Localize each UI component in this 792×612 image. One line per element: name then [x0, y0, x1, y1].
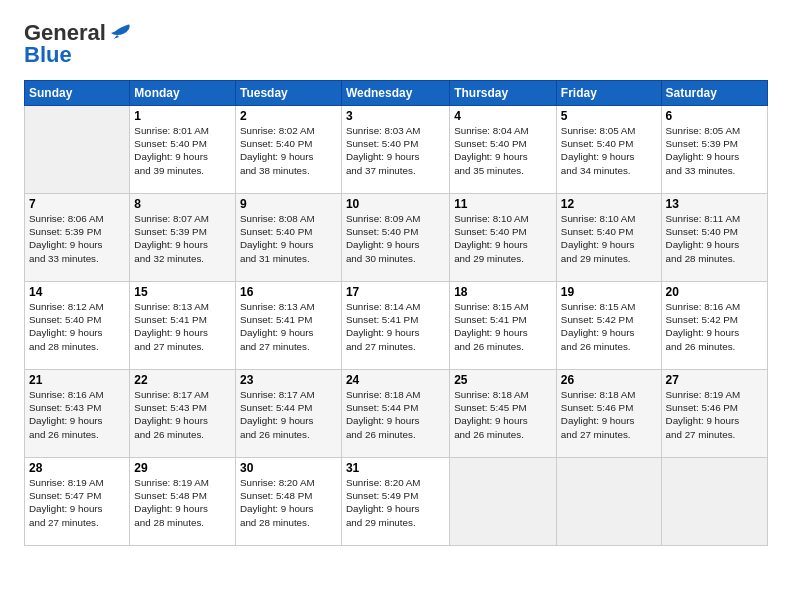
- day-info: Sunrise: 8:17 AM Sunset: 5:43 PM Dayligh…: [134, 388, 231, 441]
- day-info: Sunrise: 8:18 AM Sunset: 5:44 PM Dayligh…: [346, 388, 445, 441]
- day-number: 9: [240, 197, 337, 211]
- day-cell: 17Sunrise: 8:14 AM Sunset: 5:41 PM Dayli…: [341, 282, 449, 370]
- calendar-table: SundayMondayTuesdayWednesdayThursdayFrid…: [24, 80, 768, 546]
- day-info: Sunrise: 8:14 AM Sunset: 5:41 PM Dayligh…: [346, 300, 445, 353]
- day-cell: 2Sunrise: 8:02 AM Sunset: 5:40 PM Daylig…: [235, 106, 341, 194]
- day-number: 18: [454, 285, 552, 299]
- day-cell: 1Sunrise: 8:01 AM Sunset: 5:40 PM Daylig…: [130, 106, 236, 194]
- day-number: 5: [561, 109, 657, 123]
- day-cell: 4Sunrise: 8:04 AM Sunset: 5:40 PM Daylig…: [450, 106, 557, 194]
- day-info: Sunrise: 8:13 AM Sunset: 5:41 PM Dayligh…: [240, 300, 337, 353]
- day-cell: 6Sunrise: 8:05 AM Sunset: 5:39 PM Daylig…: [661, 106, 767, 194]
- day-number: 27: [666, 373, 763, 387]
- day-number: 11: [454, 197, 552, 211]
- day-info: Sunrise: 8:19 AM Sunset: 5:48 PM Dayligh…: [134, 476, 231, 529]
- week-row-1: 1Sunrise: 8:01 AM Sunset: 5:40 PM Daylig…: [25, 106, 768, 194]
- day-info: Sunrise: 8:05 AM Sunset: 5:40 PM Dayligh…: [561, 124, 657, 177]
- day-number: 6: [666, 109, 763, 123]
- day-number: 4: [454, 109, 552, 123]
- day-cell: [661, 458, 767, 546]
- weekday-tuesday: Tuesday: [235, 81, 341, 106]
- day-info: Sunrise: 8:05 AM Sunset: 5:39 PM Dayligh…: [666, 124, 763, 177]
- day-number: 25: [454, 373, 552, 387]
- week-row-4: 21Sunrise: 8:16 AM Sunset: 5:43 PM Dayli…: [25, 370, 768, 458]
- day-cell: 18Sunrise: 8:15 AM Sunset: 5:41 PM Dayli…: [450, 282, 557, 370]
- day-number: 28: [29, 461, 125, 475]
- day-info: Sunrise: 8:15 AM Sunset: 5:42 PM Dayligh…: [561, 300, 657, 353]
- day-cell: 26Sunrise: 8:18 AM Sunset: 5:46 PM Dayli…: [556, 370, 661, 458]
- day-number: 7: [29, 197, 125, 211]
- day-cell: 7Sunrise: 8:06 AM Sunset: 5:39 PM Daylig…: [25, 194, 130, 282]
- day-info: Sunrise: 8:09 AM Sunset: 5:40 PM Dayligh…: [346, 212, 445, 265]
- day-number: 23: [240, 373, 337, 387]
- day-cell: 20Sunrise: 8:16 AM Sunset: 5:42 PM Dayli…: [661, 282, 767, 370]
- day-info: Sunrise: 8:10 AM Sunset: 5:40 PM Dayligh…: [561, 212, 657, 265]
- day-info: Sunrise: 8:12 AM Sunset: 5:40 PM Dayligh…: [29, 300, 125, 353]
- day-number: 8: [134, 197, 231, 211]
- day-number: 12: [561, 197, 657, 211]
- day-cell: 14Sunrise: 8:12 AM Sunset: 5:40 PM Dayli…: [25, 282, 130, 370]
- day-number: 17: [346, 285, 445, 299]
- day-info: Sunrise: 8:15 AM Sunset: 5:41 PM Dayligh…: [454, 300, 552, 353]
- day-number: 10: [346, 197, 445, 211]
- day-info: Sunrise: 8:02 AM Sunset: 5:40 PM Dayligh…: [240, 124, 337, 177]
- day-cell: [556, 458, 661, 546]
- day-number: 26: [561, 373, 657, 387]
- day-cell: 23Sunrise: 8:17 AM Sunset: 5:44 PM Dayli…: [235, 370, 341, 458]
- day-info: Sunrise: 8:18 AM Sunset: 5:46 PM Dayligh…: [561, 388, 657, 441]
- day-cell: 19Sunrise: 8:15 AM Sunset: 5:42 PM Dayli…: [556, 282, 661, 370]
- day-info: Sunrise: 8:13 AM Sunset: 5:41 PM Dayligh…: [134, 300, 231, 353]
- day-info: Sunrise: 8:01 AM Sunset: 5:40 PM Dayligh…: [134, 124, 231, 177]
- day-cell: 29Sunrise: 8:19 AM Sunset: 5:48 PM Dayli…: [130, 458, 236, 546]
- day-info: Sunrise: 8:19 AM Sunset: 5:46 PM Dayligh…: [666, 388, 763, 441]
- day-info: Sunrise: 8:18 AM Sunset: 5:45 PM Dayligh…: [454, 388, 552, 441]
- day-number: 13: [666, 197, 763, 211]
- day-info: Sunrise: 8:16 AM Sunset: 5:42 PM Dayligh…: [666, 300, 763, 353]
- day-cell: 10Sunrise: 8:09 AM Sunset: 5:40 PM Dayli…: [341, 194, 449, 282]
- day-number: 24: [346, 373, 445, 387]
- day-cell: 25Sunrise: 8:18 AM Sunset: 5:45 PM Dayli…: [450, 370, 557, 458]
- day-info: Sunrise: 8:20 AM Sunset: 5:48 PM Dayligh…: [240, 476, 337, 529]
- header: General Blue: [24, 20, 768, 68]
- day-number: 16: [240, 285, 337, 299]
- day-cell: 5Sunrise: 8:05 AM Sunset: 5:40 PM Daylig…: [556, 106, 661, 194]
- day-info: Sunrise: 8:11 AM Sunset: 5:40 PM Dayligh…: [666, 212, 763, 265]
- day-cell: 9Sunrise: 8:08 AM Sunset: 5:40 PM Daylig…: [235, 194, 341, 282]
- week-row-2: 7Sunrise: 8:06 AM Sunset: 5:39 PM Daylig…: [25, 194, 768, 282]
- day-number: 21: [29, 373, 125, 387]
- day-cell: [450, 458, 557, 546]
- day-number: 14: [29, 285, 125, 299]
- day-cell: 16Sunrise: 8:13 AM Sunset: 5:41 PM Dayli…: [235, 282, 341, 370]
- logo-bird-icon: [109, 23, 131, 43]
- week-row-5: 28Sunrise: 8:19 AM Sunset: 5:47 PM Dayli…: [25, 458, 768, 546]
- weekday-friday: Friday: [556, 81, 661, 106]
- day-cell: 30Sunrise: 8:20 AM Sunset: 5:48 PM Dayli…: [235, 458, 341, 546]
- day-number: 31: [346, 461, 445, 475]
- day-number: 3: [346, 109, 445, 123]
- day-cell: 24Sunrise: 8:18 AM Sunset: 5:44 PM Dayli…: [341, 370, 449, 458]
- day-cell: 11Sunrise: 8:10 AM Sunset: 5:40 PM Dayli…: [450, 194, 557, 282]
- day-number: 20: [666, 285, 763, 299]
- day-cell: 27Sunrise: 8:19 AM Sunset: 5:46 PM Dayli…: [661, 370, 767, 458]
- weekday-sunday: Sunday: [25, 81, 130, 106]
- day-number: 30: [240, 461, 337, 475]
- day-number: 2: [240, 109, 337, 123]
- day-cell: 28Sunrise: 8:19 AM Sunset: 5:47 PM Dayli…: [25, 458, 130, 546]
- week-row-3: 14Sunrise: 8:12 AM Sunset: 5:40 PM Dayli…: [25, 282, 768, 370]
- day-info: Sunrise: 8:20 AM Sunset: 5:49 PM Dayligh…: [346, 476, 445, 529]
- day-cell: 21Sunrise: 8:16 AM Sunset: 5:43 PM Dayli…: [25, 370, 130, 458]
- logo-blue-text: Blue: [24, 42, 72, 68]
- day-cell: 8Sunrise: 8:07 AM Sunset: 5:39 PM Daylig…: [130, 194, 236, 282]
- day-cell: 15Sunrise: 8:13 AM Sunset: 5:41 PM Dayli…: [130, 282, 236, 370]
- day-cell: 3Sunrise: 8:03 AM Sunset: 5:40 PM Daylig…: [341, 106, 449, 194]
- calendar-body: 1Sunrise: 8:01 AM Sunset: 5:40 PM Daylig…: [25, 106, 768, 546]
- logo: General Blue: [24, 20, 131, 68]
- day-cell: 31Sunrise: 8:20 AM Sunset: 5:49 PM Dayli…: [341, 458, 449, 546]
- day-number: 22: [134, 373, 231, 387]
- day-cell: 12Sunrise: 8:10 AM Sunset: 5:40 PM Dayli…: [556, 194, 661, 282]
- day-info: Sunrise: 8:19 AM Sunset: 5:47 PM Dayligh…: [29, 476, 125, 529]
- day-info: Sunrise: 8:04 AM Sunset: 5:40 PM Dayligh…: [454, 124, 552, 177]
- day-info: Sunrise: 8:08 AM Sunset: 5:40 PM Dayligh…: [240, 212, 337, 265]
- day-cell: 22Sunrise: 8:17 AM Sunset: 5:43 PM Dayli…: [130, 370, 236, 458]
- day-info: Sunrise: 8:17 AM Sunset: 5:44 PM Dayligh…: [240, 388, 337, 441]
